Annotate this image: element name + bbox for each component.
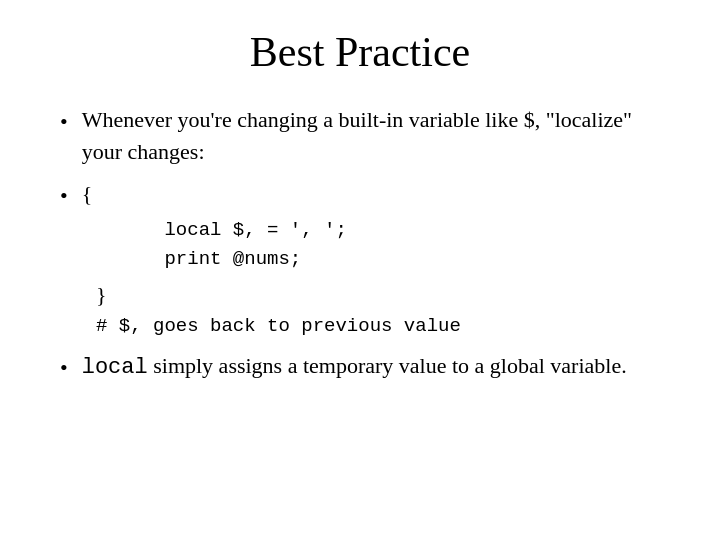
code-block: local $, = ', '; print @nums; — [96, 216, 660, 275]
bullet-symbol-1: • — [60, 106, 68, 138]
bullet-text-3: local simply assigns a temporary value t… — [82, 350, 627, 384]
bullet-item-1: • Whenever you're changing a built-in va… — [60, 104, 660, 168]
bullet-item-3: • local simply assigns a temporary value… — [60, 350, 660, 384]
bullet-symbol-3: • — [60, 352, 68, 384]
hash-line: # $, goes back to previous value — [96, 312, 660, 341]
bullet-text-1: Whenever you're changing a built-in vari… — [82, 104, 660, 168]
bullet-symbol-2: • — [60, 180, 68, 212]
open-brace: { — [82, 181, 93, 206]
page-title: Best Practice — [60, 28, 660, 76]
code-line-2: print @nums; — [96, 245, 660, 274]
code-line-1: local $, = ', '; — [96, 216, 660, 245]
bullet-text-2: { — [82, 178, 93, 210]
content-area: • Whenever you're changing a built-in va… — [60, 104, 660, 394]
closing-brace: } — [96, 279, 660, 311]
bullet-item-2: • { — [60, 178, 660, 212]
local-keyword: local — [82, 355, 148, 380]
page: Best Practice • Whenever you're changing… — [0, 0, 720, 540]
